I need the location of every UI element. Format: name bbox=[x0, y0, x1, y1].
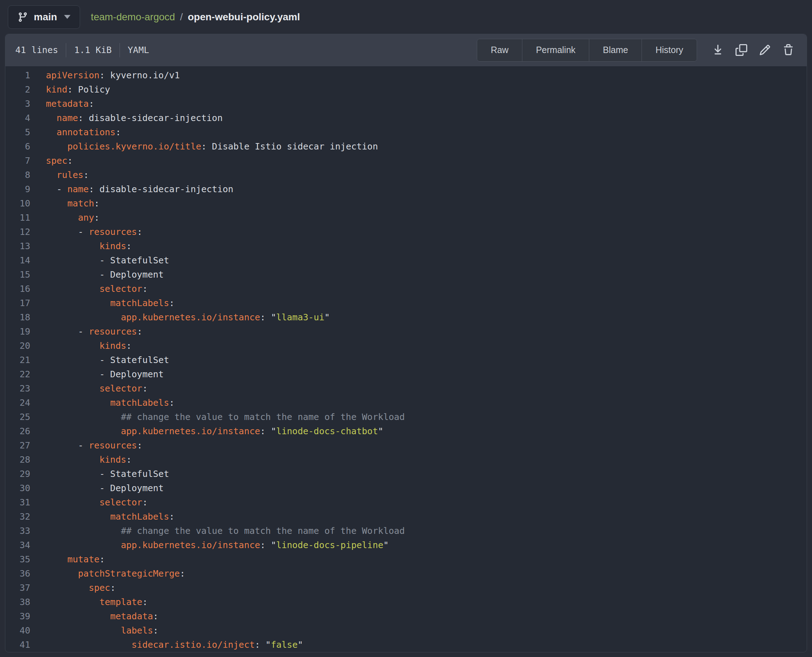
line-number[interactable]: 35 bbox=[5, 553, 30, 567]
line-number[interactable]: 28 bbox=[5, 453, 30, 467]
line-content: - resources: bbox=[30, 439, 142, 453]
line-content: policies.kyverno.io/title: Disable Istio… bbox=[30, 140, 378, 154]
line-number[interactable]: 26 bbox=[5, 424, 30, 439]
code-line: 17 matchLabels: bbox=[5, 296, 807, 310]
code-line: 7spec: bbox=[5, 154, 807, 168]
line-number[interactable]: 8 bbox=[5, 168, 30, 182]
line-content: spec: bbox=[30, 154, 73, 168]
line-number[interactable]: 19 bbox=[5, 325, 30, 339]
raw-button[interactable]: Raw bbox=[477, 39, 522, 61]
line-number[interactable]: 25 bbox=[5, 410, 30, 424]
line-number[interactable]: 40 bbox=[5, 624, 30, 638]
branch-selector-button[interactable]: main bbox=[8, 5, 80, 29]
code-line: 27 - resources: bbox=[5, 439, 807, 453]
code-viewer: 1apiVersion: kyverno.io/v12kind: Policy3… bbox=[5, 66, 807, 652]
line-content: annotations: bbox=[30, 125, 121, 140]
line-number[interactable]: 15 bbox=[5, 268, 30, 282]
permalink-button[interactable]: Permalink bbox=[522, 39, 589, 61]
code-line: 18 app.kubernetes.io/instance: "llama3-u… bbox=[5, 310, 807, 325]
delete-button[interactable] bbox=[779, 42, 797, 59]
line-number[interactable]: 39 bbox=[5, 609, 30, 624]
line-content: - StatefulSet bbox=[30, 467, 169, 481]
line-number[interactable]: 34 bbox=[5, 538, 30, 553]
code-line: 24 matchLabels: bbox=[5, 396, 807, 410]
copy-icon bbox=[736, 44, 747, 56]
line-number[interactable]: 3 bbox=[5, 97, 30, 111]
line-number[interactable]: 16 bbox=[5, 282, 30, 296]
line-number[interactable]: 7 bbox=[5, 154, 30, 168]
line-number[interactable]: 30 bbox=[5, 481, 30, 495]
line-number[interactable]: 23 bbox=[5, 381, 30, 396]
line-number[interactable]: 33 bbox=[5, 524, 30, 538]
copy-button[interactable] bbox=[733, 42, 750, 59]
code-line: 16 selector: bbox=[5, 282, 807, 296]
line-content: app.kubernetes.io/instance: "linode-docs… bbox=[30, 424, 383, 439]
code-line: 39 metadata: bbox=[5, 609, 807, 624]
file-meta: 41 lines 1.1 KiB YAML bbox=[15, 43, 149, 57]
line-number[interactable]: 32 bbox=[5, 510, 30, 524]
code-line: 36 patchStrategicMerge: bbox=[5, 567, 807, 581]
line-number[interactable]: 5 bbox=[5, 125, 30, 140]
code-line: 31 selector: bbox=[5, 495, 807, 510]
line-number[interactable]: 20 bbox=[5, 339, 30, 353]
line-number[interactable]: 11 bbox=[5, 211, 30, 225]
download-button[interactable] bbox=[709, 42, 726, 59]
line-number[interactable]: 21 bbox=[5, 353, 30, 367]
line-content: selector: bbox=[30, 381, 148, 396]
line-number[interactable]: 37 bbox=[5, 581, 30, 595]
line-number[interactable]: 12 bbox=[5, 225, 30, 239]
line-number[interactable]: 38 bbox=[5, 595, 30, 609]
edit-button[interactable] bbox=[756, 42, 773, 59]
chevron-down-icon bbox=[64, 15, 70, 19]
blame-button[interactable]: Blame bbox=[589, 39, 642, 61]
code-line: 32 matchLabels: bbox=[5, 510, 807, 524]
line-number[interactable]: 22 bbox=[5, 367, 30, 381]
line-number[interactable]: 10 bbox=[5, 196, 30, 211]
breadcrumb: team-demo-argocd / open-webui-policy.yam… bbox=[91, 11, 300, 23]
code-line: 41 sidecar.istio.io/inject: "false" bbox=[5, 638, 807, 652]
breadcrumb-separator: / bbox=[180, 11, 183, 23]
line-number[interactable]: 31 bbox=[5, 495, 30, 510]
line-content: mutate: bbox=[30, 553, 105, 567]
code-line: 4 name: disable-sidecar-injection bbox=[5, 111, 807, 125]
code-line: 12 - resources: bbox=[5, 225, 807, 239]
line-number[interactable]: 27 bbox=[5, 439, 30, 453]
line-number[interactable]: 17 bbox=[5, 296, 30, 310]
line-number[interactable]: 18 bbox=[5, 310, 30, 325]
code-line: 3metadata: bbox=[5, 97, 807, 111]
code-line: 6 policies.kyverno.io/title: Disable Ist… bbox=[5, 140, 807, 154]
file-size: 1.1 KiB bbox=[74, 45, 111, 55]
line-number[interactable]: 4 bbox=[5, 111, 30, 125]
line-number[interactable]: 14 bbox=[5, 254, 30, 268]
code-line: 14 - StatefulSet bbox=[5, 254, 807, 268]
line-content: kinds: bbox=[30, 453, 132, 467]
line-content: match: bbox=[30, 196, 100, 211]
file-icon-actions bbox=[709, 42, 797, 59]
line-content: - Deployment bbox=[30, 367, 164, 381]
line-number[interactable]: 9 bbox=[5, 182, 30, 196]
line-number[interactable]: 36 bbox=[5, 567, 30, 581]
code-line: 33 ## change the value to match the name… bbox=[5, 524, 807, 538]
line-content: metadata: bbox=[30, 97, 94, 111]
line-number[interactable]: 24 bbox=[5, 396, 30, 410]
line-content: kinds: bbox=[30, 239, 132, 254]
line-number[interactable]: 1 bbox=[5, 69, 30, 83]
line-number[interactable]: 2 bbox=[5, 83, 30, 97]
history-button[interactable]: History bbox=[642, 39, 697, 61]
breadcrumb-filename: open-webui-policy.yaml bbox=[188, 11, 300, 23]
breadcrumb-directory-link[interactable]: team-demo-argocd bbox=[91, 11, 175, 23]
code-line: 5 annotations: bbox=[5, 125, 807, 140]
line-content: spec: bbox=[30, 581, 116, 595]
line-content: - StatefulSet bbox=[30, 254, 169, 268]
line-content: patchStrategicMerge: bbox=[30, 567, 185, 581]
code-line: 1apiVersion: kyverno.io/v1 bbox=[5, 69, 807, 83]
code-line: 9 - name: disable-sidecar-injection bbox=[5, 182, 807, 196]
line-number[interactable]: 29 bbox=[5, 467, 30, 481]
branch-name: main bbox=[34, 11, 57, 23]
line-number[interactable]: 6 bbox=[5, 140, 30, 154]
line-content: selector: bbox=[30, 282, 148, 296]
line-number[interactable]: 13 bbox=[5, 239, 30, 254]
line-number[interactable]: 41 bbox=[5, 638, 30, 652]
line-content: - Deployment bbox=[30, 268, 164, 282]
line-content: app.kubernetes.io/instance: "linode-docs… bbox=[30, 538, 389, 553]
